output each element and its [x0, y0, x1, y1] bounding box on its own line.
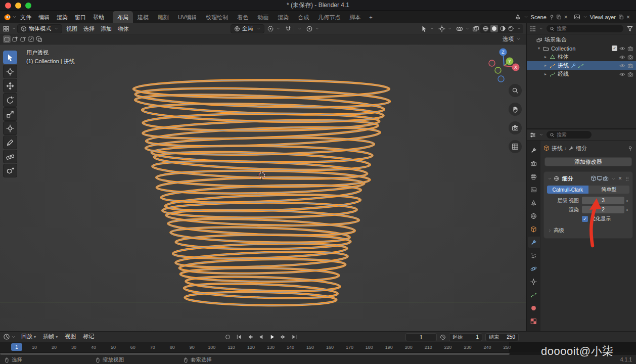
render-display-icon[interactable]: [603, 175, 609, 181]
breadcrumb-object[interactable]: 拼线: [552, 145, 563, 152]
properties-tab-physics[interactable]: [528, 263, 540, 274]
camera-icon[interactable]: [627, 46, 633, 52]
tool-options-dropdown[interactable]: 选项: [503, 35, 523, 43]
tool-select-box[interactable]: [3, 51, 17, 64]
tool-measure[interactable]: [3, 150, 17, 163]
properties-tab-world[interactable]: [528, 210, 540, 221]
eye-icon[interactable]: [619, 46, 625, 52]
properties-search-input[interactable]: 搜索: [547, 131, 592, 139]
workspace-tab-sculpting[interactable]: 雕刻: [153, 11, 173, 23]
tool-transform[interactable]: [3, 121, 17, 135]
material-preview-shading-icon[interactable]: [499, 25, 506, 32]
scene-selector[interactable]: Scene ×: [513, 13, 571, 22]
properties-tab-constraints[interactable]: [528, 276, 540, 287]
tool-move[interactable]: [3, 79, 17, 93]
unlink-scene-button[interactable]: ×: [563, 14, 569, 21]
camera-icon[interactable]: [627, 54, 633, 60]
jump-to-start-button[interactable]: [234, 333, 244, 341]
snap-toggle[interactable]: [283, 25, 303, 32]
playhead[interactable]: 1: [11, 343, 22, 351]
workspace-tab-shading[interactable]: 着色: [233, 11, 253, 23]
rendered-shading-icon[interactable]: [508, 25, 514, 32]
camera-icon[interactable]: [627, 71, 633, 77]
remove-viewlayer-button[interactable]: ×: [625, 14, 631, 21]
scrollbar-thumb[interactable]: [0, 353, 510, 355]
zoom-window-button[interactable]: [25, 3, 31, 9]
camera-icon[interactable]: [627, 63, 633, 69]
properties-tab-particles[interactable]: [528, 250, 540, 261]
wireframe-shading-icon[interactable]: [482, 25, 489, 32]
close-window-button[interactable]: [5, 3, 11, 9]
chevron-right-icon[interactable]: ▸: [543, 63, 548, 68]
viewport-menu-view[interactable]: 视图: [63, 23, 80, 34]
viewport-menu-add[interactable]: 添加: [98, 23, 115, 34]
solid-shading-icon[interactable]: [491, 25, 497, 32]
jump-to-end-button[interactable]: [289, 333, 299, 341]
realtime-display-icon[interactable]: [597, 175, 603, 181]
outliner-search-input[interactable]: 搜索: [547, 25, 623, 32]
next-keyframe-button[interactable]: [278, 333, 288, 341]
auto-keyframe-button[interactable]: [222, 333, 233, 341]
properties-tab-texture[interactable]: [528, 315, 540, 327]
workspace-tab-compositing[interactable]: 合成: [293, 11, 313, 23]
animate-dot[interactable]: •: [624, 207, 630, 213]
delete-modifier-button[interactable]: ×: [617, 175, 623, 182]
select-mode-set[interactable]: [3, 35, 11, 43]
workspace-tab-scripting[interactable]: 脚本: [345, 11, 365, 23]
eye-icon[interactable]: [619, 71, 625, 77]
menu-render[interactable]: 渲染: [53, 11, 71, 23]
chevron-right-icon[interactable]: ▸: [543, 55, 548, 59]
toggle-perspective-button[interactable]: [509, 140, 522, 153]
zoom-button[interactable]: [509, 84, 522, 97]
viewport-menu-select[interactable]: 选择: [80, 23, 98, 34]
collection-checkbox[interactable]: ✓: [612, 46, 617, 51]
viewlayer-selector[interactable]: ViewLayer ×: [572, 13, 633, 22]
play-button[interactable]: [267, 333, 277, 341]
frame-start-field[interactable]: 起始 1: [449, 333, 482, 341]
catmull-clark-button[interactable]: Catmull-Clark: [547, 186, 588, 194]
properties-tab-output[interactable]: [528, 171, 540, 182]
gizmos-dropdown[interactable]: [437, 25, 453, 32]
minimize-window-button[interactable]: [15, 3, 21, 9]
tool-cursor[interactable]: [3, 65, 17, 78]
modifier-name[interactable]: 细分: [562, 175, 573, 183]
breadcrumb-modifier[interactable]: 细分: [576, 145, 587, 152]
pan-button[interactable]: [509, 103, 522, 116]
new-scene-button[interactable]: [556, 14, 562, 20]
outliner-row-curve-jing[interactable]: ▸经线: [527, 70, 636, 78]
xray-toggle[interactable]: [472, 25, 479, 32]
select-mode-subtract[interactable]: [19, 35, 27, 43]
add-modifier-button[interactable]: 添加修改器: [544, 157, 632, 166]
workspace-tab-texture-paint[interactable]: 纹理绘制: [201, 11, 233, 23]
mode-selector[interactable]: 物体模式: [17, 24, 62, 33]
menu-window[interactable]: 窗口: [71, 11, 89, 23]
select-mode-invert[interactable]: [27, 35, 35, 43]
editor-type-icon[interactable]: [529, 131, 536, 139]
properties-tab-scene[interactable]: [528, 197, 540, 208]
simple-button[interactable]: 简单型: [588, 186, 630, 194]
transform-orientation-selector[interactable]: 全局: [231, 24, 264, 33]
3d-viewport[interactable]: 用户透视 (1) Collection | 拼线 ZYX: [0, 44, 526, 331]
editor-type-icon[interactable]: [529, 25, 536, 32]
blender-logo-icon[interactable]: [3, 13, 11, 21]
menu-file[interactable]: 文件: [17, 11, 35, 23]
camera-view-button[interactable]: [509, 121, 522, 134]
filter-icon[interactable]: [626, 25, 633, 32]
tool-scale[interactable]: [3, 107, 17, 121]
workspace-tab-layout[interactable]: 布局: [113, 11, 133, 23]
pin-icon[interactable]: [549, 14, 555, 20]
chevron-down-icon[interactable]: [12, 15, 17, 19]
eye-icon[interactable]: [619, 54, 625, 60]
drag-handle-icon[interactable]: [624, 175, 630, 182]
edit-mode-display-icon[interactable]: [590, 175, 597, 181]
select-mode-intersect[interactable]: [35, 35, 43, 43]
workspace-tab-geometry-nodes[interactable]: 几何节点: [313, 11, 345, 23]
overlays-dropdown[interactable]: [455, 25, 471, 32]
navigation-gizmo[interactable]: ZYX: [484, 47, 524, 86]
animate-dot[interactable]: •: [624, 198, 630, 204]
pin-icon[interactable]: [627, 146, 633, 151]
tool-annotate[interactable]: [3, 135, 17, 149]
tool-add-cube[interactable]: [3, 164, 17, 177]
collapse-icon[interactable]: [548, 176, 552, 181]
select-mode-extend[interactable]: [11, 35, 19, 43]
